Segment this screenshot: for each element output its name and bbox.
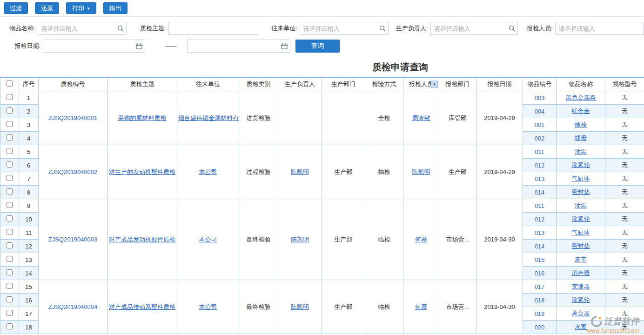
calendar-icon[interactable] [136, 43, 142, 49]
item-no-link[interactable]: 015 [535, 256, 545, 263]
row-checkbox[interactable] [7, 215, 13, 221]
item-no-link[interactable]: 004 [535, 108, 545, 115]
item-name-link[interactable]: 涨紧轮 [572, 161, 590, 168]
row-checkbox[interactable] [7, 256, 13, 262]
item-no-link[interactable]: 011 [535, 148, 544, 155]
row-checkbox[interactable] [7, 148, 13, 154]
partner-link[interactable]: 本公司 [199, 168, 217, 175]
item-no-link[interactable]: 001 [535, 121, 545, 128]
row-checkbox[interactable] [7, 229, 13, 235]
item-name-link[interactable]: 气缸体 [572, 175, 590, 182]
item-no-link[interactable]: 016 [535, 270, 545, 277]
production-manager-link[interactable]: 陈凯明 [291, 236, 309, 243]
item-no-link[interactable]: 003 [535, 94, 545, 101]
row-checkbox[interactable] [7, 107, 13, 114]
search-icon[interactable] [379, 25, 386, 32]
restore-button[interactable]: 还原 [35, 2, 59, 14]
row-checkbox[interactable] [7, 310, 13, 316]
subject-input[interactable] [168, 22, 258, 35]
item-name-input[interactable] [38, 22, 127, 35]
column-header[interactable]: 往来单位 [177, 78, 239, 91]
item-no-link[interactable]: 019 [535, 310, 545, 317]
calendar-icon[interactable] [281, 43, 288, 49]
item-no-link[interactable]: 012 [535, 162, 545, 169]
column-header[interactable]: 检验方式 [365, 78, 403, 91]
export-button[interactable]: 输出 [103, 2, 127, 14]
item-name-link[interactable]: 消声器 [572, 269, 590, 276]
column-header[interactable]: 物品名称 [557, 78, 605, 91]
inspector-link[interactable]: 何慕 [415, 303, 427, 310]
subject-link[interactable]: 对产成品传动系配件质检 [109, 303, 175, 310]
item-name-link[interactable]: 离合器 [572, 310, 590, 317]
row-checkbox[interactable] [7, 269, 13, 275]
qc-number-link[interactable]: ZJSQ2019040001 [48, 114, 98, 121]
qc-number-link[interactable]: ZJSQ2019040003 [48, 236, 98, 243]
production-manager-link[interactable]: 陈凯明 [291, 303, 309, 310]
item-no-link[interactable]: 012 [535, 216, 545, 223]
subject-link[interactable]: 对产成品发动机配件质检 [109, 236, 175, 243]
production-manager-link[interactable]: 陈凯明 [291, 168, 309, 175]
item-name-link[interactable]: 水泵 [575, 323, 587, 330]
item-name-link[interactable]: 黑色金属条 [566, 94, 596, 101]
column-header[interactable]: 序号 [19, 78, 39, 91]
item-no-link[interactable]: 017 [535, 283, 545, 290]
item-no-link[interactable]: 014 [535, 243, 545, 250]
column-header[interactable]: 物品编号 [523, 78, 557, 91]
column-header[interactable]: 生产负责人 [278, 78, 322, 91]
qc-number-link[interactable]: ZJSQ2019040004 [48, 303, 98, 310]
inspector-link[interactable]: 何慕 [415, 236, 427, 243]
item-name-link[interactable]: 密封垫 [572, 188, 590, 195]
item-name-link[interactable]: 涨紧轮 [572, 296, 590, 303]
filter-button[interactable]: 过滤 [4, 2, 28, 14]
item-name-link[interactable]: 皮带 [575, 256, 587, 263]
partner-link[interactable]: 烟台盛伟德金属材料有 [178, 114, 239, 121]
column-header[interactable]: 质检类别 [239, 78, 278, 91]
column-header[interactable]: 报检部门 [439, 78, 476, 91]
item-name-link[interactable]: 螺栓 [575, 121, 587, 128]
row-checkbox[interactable] [7, 296, 13, 302]
item-no-link[interactable]: 020 [535, 324, 545, 331]
column-filter-button[interactable]: ▼ [431, 81, 438, 88]
row-checkbox[interactable] [7, 175, 13, 181]
inspector-link[interactable]: 周涛敏 [412, 114, 430, 121]
column-header[interactable]: 规格型号 [605, 78, 644, 91]
column-header[interactable]: 生产部门 [322, 78, 365, 91]
item-no-link[interactable]: 011 [535, 202, 544, 209]
row-checkbox[interactable] [7, 242, 13, 248]
item-name-link[interactable]: 变速器 [572, 283, 590, 290]
date-from-input[interactable] [43, 40, 145, 53]
partner-input[interactable] [300, 22, 389, 35]
partner-link[interactable]: 本公司 [199, 236, 217, 243]
item-name-link[interactable]: 油泵 [575, 148, 587, 155]
subject-link[interactable]: 对生产的发动机配件质检 [109, 168, 175, 175]
print-button[interactable]: 打印▼ [66, 2, 96, 14]
item-no-link[interactable]: 018 [535, 297, 545, 304]
row-checkbox[interactable] [7, 161, 13, 168]
column-header[interactable]: 报检人员▼ [403, 78, 439, 91]
row-checkbox[interactable] [7, 202, 13, 208]
item-no-link[interactable]: 013 [535, 229, 545, 236]
search-icon[interactable] [117, 25, 124, 32]
item-name-link[interactable]: 镁合金 [572, 107, 590, 114]
item-name-link[interactable]: 气缸体 [572, 229, 590, 236]
row-checkbox[interactable] [7, 323, 13, 329]
subject-link[interactable]: 采购的原材料质检 [118, 114, 167, 121]
column-header[interactable]: 报检日期 [476, 78, 523, 91]
partner-link[interactable]: 本公司 [199, 303, 217, 310]
row-checkbox[interactable] [7, 94, 13, 100]
item-name-link[interactable]: 密封垫 [572, 242, 590, 249]
item-no-link[interactable]: 014 [535, 189, 545, 196]
inspector-input[interactable] [555, 22, 644, 35]
row-checkbox[interactable] [7, 283, 13, 289]
item-name-link[interactable]: 涨紧轮 [572, 215, 590, 222]
date-to-input[interactable] [187, 40, 290, 53]
row-checkbox[interactable] [7, 134, 13, 141]
column-header[interactable]: 质检主题 [107, 78, 177, 91]
search-button[interactable]: 查询 [295, 40, 340, 53]
item-no-link[interactable]: 013 [535, 175, 545, 182]
production-manager-input[interactable] [430, 22, 518, 35]
search-icon[interactable] [509, 25, 515, 32]
column-header[interactable]: 质检编号 [39, 78, 107, 91]
qc-number-link[interactable]: ZJSQ2019040002 [48, 168, 98, 175]
inspector-link[interactable]: 陈凯明 [412, 168, 430, 175]
